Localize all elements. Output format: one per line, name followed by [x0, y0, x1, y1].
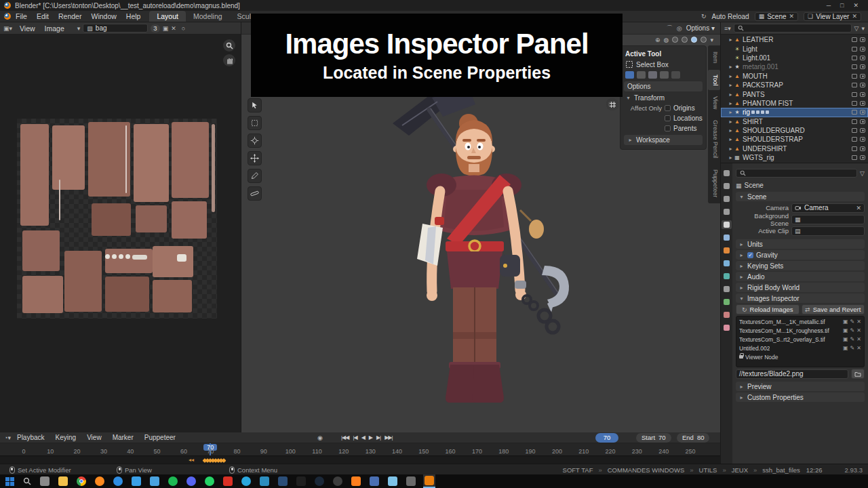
expand-icon[interactable]: ▸: [728, 155, 734, 161]
properties-tab-render[interactable]: [722, 182, 732, 190]
pin-icon[interactable]: ○: [182, 25, 185, 32]
image-users-count[interactable]: 3: [151, 24, 159, 33]
play-reverse-button[interactable]: ◀: [359, 434, 367, 441]
properties-tab-physics[interactable]: [722, 272, 732, 281]
close-icon[interactable]: ✕: [856, 327, 861, 333]
edit-icon[interactable]: ✎: [850, 319, 855, 325]
menu-window[interactable]: Window: [86, 12, 121, 20]
properties-tab-constraints[interactable]: [722, 285, 732, 293]
camera-field[interactable]: Camera ✕: [791, 203, 865, 213]
scene-selector[interactable]: ▦ Scene ✕: [755, 12, 798, 21]
expand-icon[interactable]: ▸: [728, 73, 734, 79]
grid-toggle-icon[interactable]: [606, 98, 618, 110]
hide-viewport-icon[interactable]: [852, 155, 857, 160]
properties-tab-scene[interactable]: [722, 220, 732, 229]
keyframe-strip[interactable]: ◂◂: [0, 455, 720, 464]
timeline-ruler[interactable]: 70 0102030405060708090100110120130140150…: [0, 443, 720, 455]
select-box-tool[interactable]: [248, 116, 262, 130]
taskbar-calculator[interactable]: [368, 474, 380, 488]
taskbar-vlc[interactable]: [350, 474, 362, 488]
keyframe-collapse-icon[interactable]: ◂◂: [189, 457, 194, 463]
properties-tab-object-data[interactable]: [722, 298, 732, 306]
hide-viewport-icon[interactable]: [852, 37, 857, 42]
close-icon[interactable]: ✕: [856, 319, 861, 325]
taskbar-photoshop[interactable]: [277, 474, 289, 488]
save-and-revert-button[interactable]: ⇄ Save and Revert: [802, 304, 865, 314]
sidebar-tab-view[interactable]: View: [708, 92, 720, 114]
cursor-3d-tool[interactable]: [248, 134, 262, 148]
edit-icon[interactable]: ✎: [850, 345, 855, 351]
checkbox-parents[interactable]: [665, 125, 671, 131]
taskbar-toolbar-soft-taf[interactable]: SOFT TAF: [563, 466, 593, 474]
chevron-down-icon[interactable]: ▾: [861, 25, 865, 32]
expand-icon[interactable]: ▸: [728, 146, 734, 152]
cursor-tool[interactable]: [248, 98, 262, 113]
outliner-item-pants[interactable]: ▸▲PANTS: [721, 89, 868, 98]
disable-render-icon[interactable]: [860, 146, 865, 151]
hide-viewport-icon[interactable]: [852, 56, 857, 60]
zoom-icon[interactable]: [223, 39, 235, 52]
play-button[interactable]: ▶: [367, 434, 374, 441]
taskbar-toolbar-ssh-bat-files[interactable]: ssh_bat_files: [762, 466, 800, 474]
overlays-toggle-icon[interactable]: ◍: [664, 37, 669, 43]
taskbar-settings[interactable]: [405, 474, 417, 488]
image-browse-icon[interactable]: ▾: [77, 25, 81, 32]
section-preview-header[interactable]: ▸Preview: [736, 382, 865, 391]
view-layer-selector[interactable]: ❏ View Layer ✕: [804, 12, 861, 21]
filter-icon[interactable]: ▽: [860, 170, 865, 177]
hide-viewport-icon[interactable]: [852, 64, 857, 69]
sidebar-tab-grease-pencil[interactable]: Grease Pencil: [708, 115, 720, 163]
expand-icon[interactable]: ▸: [728, 119, 734, 125]
sidebar-tab-tool[interactable]: Tool: [708, 70, 720, 91]
image-file-row[interactable]: TexturesCom_M...1K_roughness.tif▣✎✕: [736, 326, 864, 335]
view-layer-unlink-icon[interactable]: ✕: [852, 13, 857, 20]
timeline-menu-view[interactable]: View: [82, 434, 106, 441]
taskbar-chrome[interactable]: [75, 474, 87, 488]
properties-tab-world[interactable]: [722, 233, 732, 242]
auto-keying-icon[interactable]: ◉: [317, 434, 323, 441]
menu-edit[interactable]: Edit: [32, 12, 54, 20]
shading-solid-icon[interactable]: [682, 37, 688, 43]
image-file-row[interactable]: Viewer Node: [736, 352, 864, 361]
jump-next-keyframe-button[interactable]: ▶|: [374, 434, 382, 441]
hide-viewport-icon[interactable]: [852, 110, 857, 115]
browse-folder-button[interactable]: [851, 369, 865, 379]
outliner-search-input[interactable]: [734, 24, 852, 33]
outliner-editor-type-icon[interactable]: ≡▾: [724, 25, 731, 32]
disable-render-icon[interactable]: [860, 56, 865, 60]
timeline-menu-keying[interactable]: Keying: [51, 434, 81, 441]
timeline-menu-puppeteer[interactable]: Puppeteer: [140, 434, 180, 441]
hide-viewport-icon[interactable]: [852, 92, 857, 97]
outliner-item-wgts-rig[interactable]: ▸▦WGTS_rig: [721, 153, 868, 162]
taskbar-whatsapp[interactable]: [203, 474, 216, 488]
expand-icon[interactable]: ▸: [728, 136, 734, 142]
start-frame-field[interactable]: Start 70: [636, 433, 671, 443]
close-icon[interactable]: ✕: [856, 345, 861, 351]
blender-menu-icon[interactable]: [4, 13, 11, 20]
properties-tab-material[interactable]: [722, 310, 732, 319]
workspace-tab-layout[interactable]: Layout: [149, 11, 186, 22]
expand-icon[interactable]: ▸: [728, 109, 734, 115]
section-custom-properties-header[interactable]: ▸Custom Properties: [736, 392, 865, 402]
menu-file[interactable]: File: [11, 12, 32, 20]
taskbar-mail[interactable]: [130, 474, 142, 488]
taskbar-photos[interactable]: [149, 474, 161, 488]
taskbar-toolbar-utils[interactable]: UTILS: [699, 466, 717, 474]
image-path-field[interactable]: //textures/Blade2.png: [736, 369, 848, 379]
hide-viewport-icon[interactable]: [852, 47, 857, 52]
workspace-tab-modeling[interactable]: Modeling: [186, 11, 230, 22]
menu-help[interactable]: Help: [121, 12, 146, 20]
taskbar-start[interactable]: [4, 474, 16, 488]
image-file-row[interactable]: TexturesCom_S..rt2_overlay_S.tif▣✎✕: [736, 335, 864, 344]
sidebar-tab-item[interactable]: Item: [708, 47, 720, 68]
disable-render-icon[interactable]: [860, 64, 865, 69]
disable-render-icon[interactable]: [860, 37, 865, 42]
hide-viewport-icon[interactable]: [852, 101, 857, 106]
move-tool[interactable]: [248, 151, 262, 165]
taskbar-youtube[interactable]: [222, 474, 234, 488]
disable-render-icon[interactable]: [860, 119, 865, 124]
shading-rendered-icon[interactable]: [701, 37, 707, 43]
transform-panel-header[interactable]: ▾ Transform: [620, 93, 706, 103]
timeline-menu-playback[interactable]: Playback: [12, 434, 50, 441]
shading-wireframe-icon[interactable]: [672, 37, 678, 43]
